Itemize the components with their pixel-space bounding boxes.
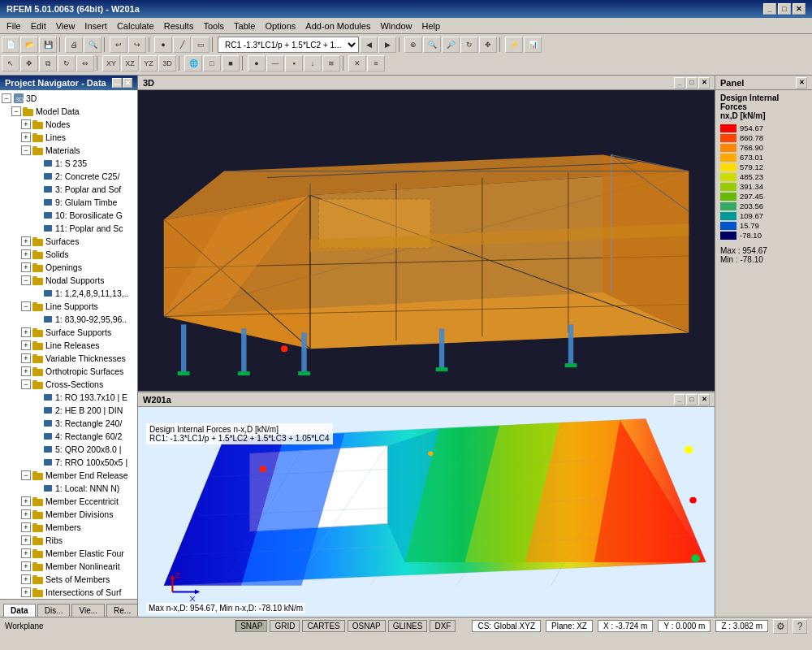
tree-item-mat-9[interactable]: 9: Glulam Timbe [2, 196, 136, 209]
expand-orthotropic[interactable]: + [21, 366, 31, 376]
tree-item-sets-members[interactable]: +Sets of Members [2, 573, 136, 586]
show-members-btn[interactable]: — [266, 55, 284, 72]
tree-item-surfaces[interactable]: +Surfaces [2, 235, 136, 248]
menu-help[interactable]: Help [417, 20, 446, 32]
nav-close-btn[interactable]: ✕ [123, 78, 132, 88]
tree-item-model-data[interactable]: −Model Data [2, 105, 136, 118]
tree-item-mat-10[interactable]: 10: Borosilicate G [2, 209, 136, 222]
expand-cross-sections[interactable]: − [21, 379, 31, 389]
surface-btn[interactable]: ▭ [192, 37, 209, 53]
tree-item-line-releases[interactable]: +Line Releases [2, 339, 136, 352]
expand-variable-thick[interactable]: + [21, 353, 31, 363]
zoom-in-btn[interactable]: 🔍 [423, 37, 441, 53]
expand-surfaces[interactable]: + [21, 236, 31, 246]
menu-edit[interactable]: Edit [26, 20, 51, 32]
open-btn[interactable]: 📂 [20, 37, 38, 53]
show-results-btn[interactable]: ≋ [322, 55, 340, 72]
tree-item-mat-11[interactable]: 11: Poplar and Sc [2, 222, 136, 235]
calc-btn[interactable]: ⚡ [505, 37, 523, 53]
show-loads-btn[interactable]: ↓ [304, 55, 322, 72]
tree-item-materials[interactable]: −Materials [2, 144, 136, 157]
tree-item-cs-5[interactable]: 5: QRO 200x8.0 | [2, 443, 136, 456]
menu-view[interactable]: View [51, 20, 80, 32]
tree-item-member-divis[interactable]: +Member Divisions [2, 508, 136, 521]
view-xy-btn[interactable]: XY [102, 55, 120, 72]
delete-btn[interactable]: ✕ [348, 55, 366, 72]
pan-btn[interactable]: ✥ [479, 37, 497, 53]
menu-window[interactable]: Window [375, 20, 417, 32]
expand-openings[interactable]: + [21, 262, 31, 272]
tree-item-mat-3[interactable]: 3: Poplar and Sof [2, 183, 136, 196]
view-yz-btn[interactable]: YZ [140, 55, 158, 72]
menu-calculate[interactable]: Calculate [112, 20, 159, 32]
glines-btn[interactable]: GLINES [388, 620, 428, 632]
expand-member-end-rel[interactable]: − [21, 470, 31, 480]
tree-item-member-end-rel[interactable]: −Member End Release [2, 469, 136, 482]
tree-item-openings[interactable]: +Openings [2, 261, 136, 274]
print-btn[interactable]: 🖨 [65, 37, 83, 53]
vp2-min-btn[interactable]: _ [674, 394, 685, 405]
tree-item-orthotropic[interactable]: +Orthotropic Surfaces [2, 365, 136, 378]
snap-btn[interactable]: SNAP [235, 620, 267, 632]
tree-item-ns-1[interactable]: 1: 1,2,4,8,9,11,13,.. [2, 287, 136, 300]
tree-item-lines[interactable]: +Lines [2, 131, 136, 144]
expand-3d[interactable]: − [2, 93, 11, 103]
tree-item-ribs[interactable]: +Ribs [2, 534, 136, 547]
cartes-btn[interactable]: CARTES [302, 620, 344, 632]
expand-member-elastic[interactable]: + [21, 548, 31, 558]
render-btn[interactable]: 🌐 [184, 55, 202, 72]
shade-btn[interactable]: ■ [222, 55, 240, 72]
settings-icon[interactable]: ⚙ [773, 619, 788, 634]
tree-item-mat-1[interactable]: 1: S 235 [2, 157, 136, 170]
save-btn[interactable]: 💾 [39, 37, 57, 53]
grid-btn[interactable]: GRID [270, 620, 300, 632]
tree-item-nodal-supports[interactable]: −Nodal Supports [2, 274, 136, 287]
tree-item-surface-supports[interactable]: +Surface Supports [2, 326, 136, 339]
close-button[interactable]: ✕ [793, 3, 806, 15]
tab-data[interactable]: Data [3, 604, 36, 617]
menu-insert[interactable]: Insert [80, 20, 112, 32]
menu-file[interactable]: File [2, 20, 26, 32]
expand-member-nonlin[interactable]: + [21, 561, 31, 571]
expand-model-data[interactable]: − [11, 106, 21, 116]
expand-nodal-supports[interactable]: − [21, 275, 31, 285]
menu-addons[interactable]: Add-on Modules [300, 20, 375, 32]
tree-item-nodes[interactable]: +Nodes [2, 118, 136, 131]
tree-item-cs-1[interactable]: 1: RO 193.7x10 | E [2, 391, 136, 404]
menu-results[interactable]: Results [159, 20, 199, 32]
copy-btn[interactable]: ⧉ [39, 55, 57, 72]
properties-btn[interactable]: ≡ [367, 55, 385, 72]
tab-results[interactable]: Re... [106, 604, 138, 617]
tree-item-intersections[interactable]: +Intersections of Surf [2, 586, 136, 599]
dxf-btn[interactable]: DXF [430, 620, 456, 632]
vp-min-btn[interactable]: _ [674, 77, 685, 89]
vp-max-btn[interactable]: □ [686, 77, 698, 89]
panel-close-btn[interactable]: ✕ [796, 77, 807, 89]
zoom-out-btn[interactable]: 🔎 [442, 37, 460, 53]
tree-item-member-elastic[interactable]: +Member Elastic Four [2, 547, 136, 560]
rotate3d-btn[interactable]: ↻ [58, 55, 76, 72]
tree-item-mat-2[interactable]: 2: Concrete C25/ [2, 170, 136, 183]
node-btn[interactable]: ● [154, 37, 172, 53]
load-combo-dropdown[interactable]: RC1 -1.3*LC1/p + 1.5*LC2 + 1... [218, 37, 359, 53]
redo-btn[interactable]: ↪ [128, 37, 146, 53]
tab-view[interactable]: Vie... [71, 604, 105, 617]
vp-close-btn[interactable]: ✕ [698, 77, 710, 89]
tree-item-cs-4[interactable]: 4: Rectangle 60/2 [2, 430, 136, 443]
prev-lc-btn[interactable]: ◀ [360, 37, 378, 53]
next-lc-btn[interactable]: ▶ [378, 37, 396, 53]
tree-item-cs-3[interactable]: 3: Rectangle 240/ [2, 417, 136, 430]
tree-item-cross-sections[interactable]: −Cross-Sections [2, 378, 136, 391]
expand-intersections[interactable]: + [21, 587, 31, 597]
menu-tools[interactable]: Tools [198, 20, 229, 32]
tree-item-cs-7[interactable]: 7: RRO 100x50x5 | [2, 456, 136, 469]
tree-item-member-nonlin[interactable]: +Member Nonlinearit [2, 560, 136, 573]
minimize-button[interactable]: _ [763, 3, 776, 15]
tree-item-line-supports[interactable]: −Line Supports [2, 300, 136, 313]
tree-item-solids[interactable]: +Solids [2, 248, 136, 261]
expand-surface-supports[interactable]: + [21, 327, 31, 337]
expand-member-eccentr[interactable]: + [21, 496, 31, 506]
rotate-btn[interactable]: ↻ [460, 37, 478, 53]
expand-lines[interactable]: + [21, 132, 31, 142]
tab-display[interactable]: Dis... [37, 604, 71, 617]
